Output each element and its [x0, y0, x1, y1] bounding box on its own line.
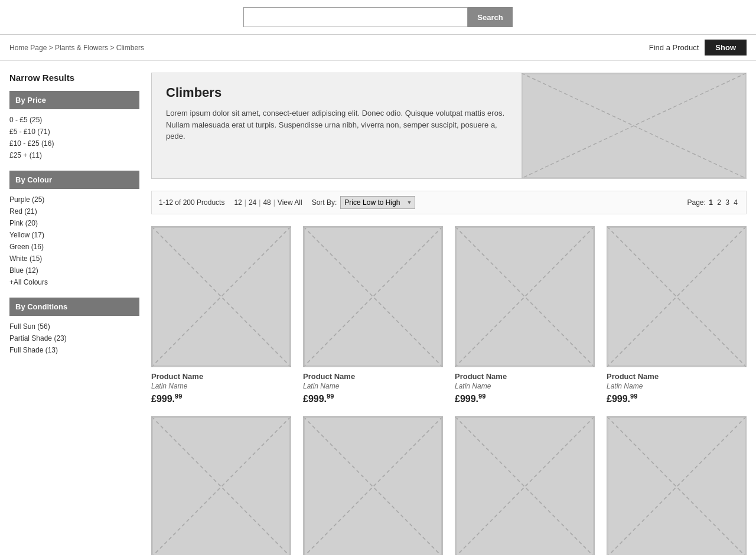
page-size-view-all[interactable]: View All: [278, 198, 302, 207]
product-latin: Latin Name: [607, 382, 747, 390]
condition-filter-item[interactable]: Partial Shade (23): [9, 332, 139, 344]
product-image: [607, 416, 747, 555]
sort-select-container: Sort By: Price Low to High Price High to…: [312, 196, 416, 209]
filter-section-colour: By Colour Purple (25) Red (21) Pink (20)…: [9, 171, 139, 288]
product-latin: Latin Name: [455, 382, 595, 390]
search-button[interactable]: Search: [468, 7, 512, 27]
product-latin: Latin Name: [151, 382, 291, 390]
show-button[interactable]: Show: [705, 40, 747, 56]
colour-filter-item[interactable]: Green (16): [9, 241, 139, 253]
product-card[interactable]: [151, 416, 291, 555]
hero-description: Lorem ipsum dolor sit amet, consect-etue…: [166, 107, 507, 142]
product-image: [303, 416, 443, 555]
page-label: Page:: [687, 198, 708, 207]
price-filter-item[interactable]: £10 - £25 (16): [9, 138, 139, 149]
product-grid: Product Name Latin Name £999.99 Product …: [151, 226, 747, 555]
product-latin: Latin Name: [303, 382, 443, 390]
hero-banner: Climbers Lorem ipsum dolor sit amet, con…: [151, 73, 747, 179]
svg-rect-8: [304, 227, 442, 367]
top-bar: Search: [0, 0, 756, 35]
colour-filter-item[interactable]: Yellow (17): [9, 229, 139, 241]
product-card[interactable]: Product Name Latin Name £999.99: [151, 226, 291, 404]
svg-rect-28: [455, 417, 594, 555]
svg-rect-24: [304, 417, 442, 555]
condition-filter-item[interactable]: Full Sun (56): [9, 321, 139, 332]
product-image: [303, 226, 443, 367]
by-price-header[interactable]: By Price: [9, 91, 139, 109]
by-colour-header[interactable]: By Colour: [9, 171, 139, 189]
product-image: [607, 226, 747, 367]
sidebar: Narrow Results By Price 0 - £5 (25) £5 -…: [9, 73, 139, 555]
page-size-links: 12 | 24 | 48 | View All: [234, 198, 302, 207]
colour-filter-item[interactable]: Blue (12): [9, 265, 139, 276]
product-image: [151, 226, 291, 367]
search-input[interactable]: [243, 7, 468, 27]
main-layout: Narrow Results By Price 0 - £5 (25) £5 -…: [0, 61, 756, 555]
breadcrumb: Home Page > Plants & Flowers > Climbers: [9, 44, 144, 52]
page-size-24[interactable]: 24: [249, 198, 256, 207]
product-price: £999.99: [607, 393, 747, 404]
product-toolbar: 1-12 of 200 Products 12 | 24 | 48 | View…: [151, 191, 747, 214]
product-price: £999.99: [455, 393, 595, 404]
product-card[interactable]: [607, 416, 747, 555]
price-filter-item[interactable]: £5 - £10 (71): [9, 126, 139, 138]
page-size-12[interactable]: 12: [234, 198, 242, 207]
colour-filter-item[interactable]: Purple (25): [9, 194, 139, 205]
product-image: [455, 416, 595, 555]
toolbar-left: 1-12 of 200 Products 12 | 24 | 48 | View…: [159, 196, 415, 209]
price-filter-item[interactable]: 0 - £5 (25): [9, 114, 139, 126]
find-product-area: Find a Product Show: [649, 40, 747, 56]
svg-rect-4: [152, 227, 291, 367]
colour-filter-item[interactable]: Red (21): [9, 205, 139, 217]
search-container: Search: [243, 7, 512, 27]
svg-rect-16: [607, 227, 746, 367]
product-card[interactable]: Product Name Latin Name £999.99: [607, 226, 747, 404]
product-name: Product Name: [607, 372, 747, 381]
sort-select[interactable]: Price Low to High Price High to Low Name…: [340, 196, 415, 209]
product-price: £999.99: [303, 393, 443, 404]
svg-rect-20: [152, 417, 291, 555]
find-product-label: Find a Product: [649, 43, 699, 52]
page-link-3[interactable]: 3: [725, 198, 729, 207]
pagination: Page: 1 2 3 4: [687, 198, 739, 207]
page-link-2[interactable]: 2: [717, 198, 721, 207]
hero-text: Climbers Lorem ipsum dolor sit amet, con…: [152, 73, 522, 178]
product-price: £999.99: [151, 393, 291, 404]
condition-filter-item[interactable]: Full Shade (13): [9, 344, 139, 356]
page-link-4[interactable]: 4: [734, 198, 738, 207]
sidebar-title: Narrow Results: [9, 73, 139, 83]
product-name: Product Name: [151, 372, 291, 381]
hero-image: [522, 73, 746, 178]
svg-rect-32: [607, 417, 746, 555]
product-card[interactable]: Product Name Latin Name £999.99: [455, 226, 595, 404]
sort-label: Sort By:: [312, 198, 337, 207]
product-card[interactable]: [303, 416, 443, 555]
product-name: Product Name: [455, 372, 595, 381]
product-name: Product Name: [303, 372, 443, 381]
colour-filter-item[interactable]: White (15): [9, 253, 139, 265]
hero-title: Climbers: [166, 85, 507, 100]
filter-section-price: By Price 0 - £5 (25) £5 - £10 (71) £10 -…: [9, 91, 139, 161]
svg-rect-12: [455, 227, 594, 367]
product-card[interactable]: [455, 416, 595, 555]
product-image: [455, 226, 595, 367]
product-image: [151, 416, 291, 555]
filter-section-conditions: By Conditions Full Sun (56) Partial Shad…: [9, 298, 139, 356]
product-card[interactable]: Product Name Latin Name £999.99: [303, 226, 443, 404]
by-conditions-header[interactable]: By Conditions: [9, 298, 139, 316]
breadcrumb-bar: Home Page > Plants & Flowers > Climbers …: [0, 35, 756, 61]
page-size-48[interactable]: 48: [263, 198, 271, 207]
content-area: Climbers Lorem ipsum dolor sit amet, con…: [151, 73, 747, 555]
page-link-1[interactable]: 1: [709, 198, 713, 207]
all-colours-link[interactable]: +All Colours: [9, 276, 139, 288]
price-filter-item[interactable]: £25 + (11): [9, 149, 139, 161]
colour-filter-item[interactable]: Pink (20): [9, 217, 139, 229]
product-count: 1-12 of 200 Products: [159, 198, 224, 207]
sort-select-wrapper: Price Low to High Price High to Low Name…: [340, 196, 415, 209]
